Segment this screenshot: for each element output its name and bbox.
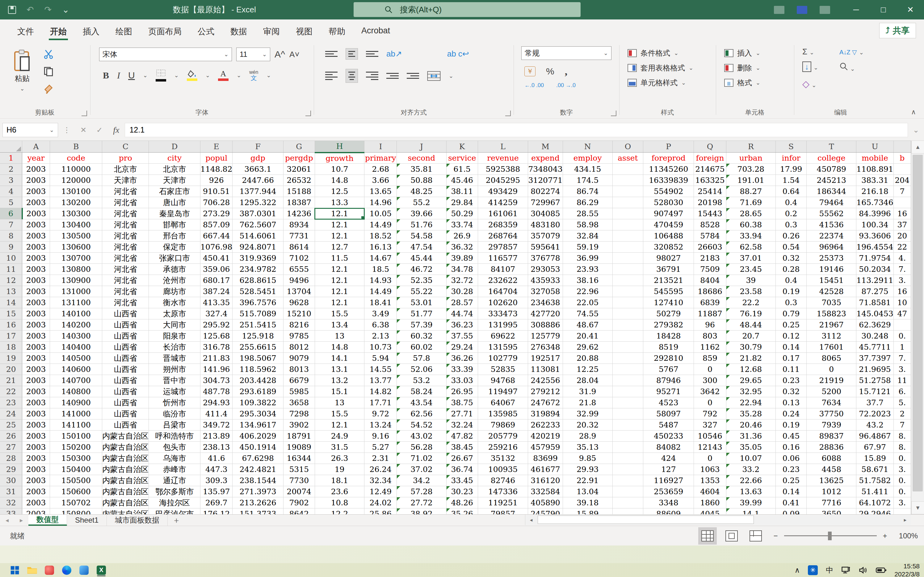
cell[interactable]: 15.1 <box>315 386 364 397</box>
cell[interactable]: 河北省 <box>102 208 149 219</box>
cell[interactable]: 5315 <box>283 464 315 475</box>
cell[interactable]: 山西省 <box>102 319 149 330</box>
cell[interactable]: 18.41 <box>364 297 397 308</box>
cell[interactable] <box>612 164 643 175</box>
cell[interactable]: 3.66 <box>364 175 397 186</box>
search-box[interactable]: 搜索(Alt+Q) <box>354 2 581 17</box>
cell[interactable]: 141000 <box>50 408 102 419</box>
row-header[interactable]: 8 <box>0 230 22 242</box>
cell[interactable]: 628.8615 <box>233 275 283 286</box>
cell[interactable]: 216.18 <box>856 186 893 197</box>
ribbon-tab-审阅[interactable]: 审阅 <box>255 22 288 41</box>
cell[interactable]: 乌海市 <box>149 453 200 464</box>
cell[interactable]: 13.04 <box>563 486 612 497</box>
cell[interactable]: 10 <box>893 297 911 308</box>
ime-language-indicator[interactable]: 中 <box>826 565 833 575</box>
cell[interactable]: 5767 <box>643 364 694 375</box>
cell[interactable] <box>612 464 643 475</box>
cell[interactable]: 135985 <box>478 408 528 419</box>
cell[interactable]: 420219 <box>528 430 563 442</box>
cell[interactable]: 7. <box>893 353 911 364</box>
cell[interactable] <box>612 264 643 275</box>
cell[interactable]: 39.66 <box>397 208 447 219</box>
increase-font-icon[interactable]: A^ <box>275 49 285 60</box>
cell[interactable]: 14.82 <box>364 386 397 397</box>
row-header[interactable]: 19 <box>0 353 22 364</box>
cell[interactable]: 33.45 <box>446 475 478 486</box>
ribbon-tab-绘图[interactable]: 绘图 <box>108 22 140 41</box>
decrease-decimal-icon[interactable]: .00 →.0 <box>556 82 576 89</box>
cell[interactable] <box>612 497 643 508</box>
cell[interactable]: 135.97 <box>200 486 233 497</box>
cell[interactable]: 内蒙古自治区 <box>102 486 149 497</box>
column-header-O[interactable]: O <box>612 141 643 153</box>
cell[interactable]: 6839 <box>694 297 726 308</box>
cell[interactable]: 8404 <box>694 275 726 286</box>
sheet-tab-数值型[interactable]: 数值型 <box>28 514 67 526</box>
cell[interactable]: 130500 <box>50 230 102 242</box>
cell[interactable]: 12.49 <box>364 486 397 497</box>
column-header-F[interactable]: F <box>233 141 283 153</box>
font-dialog-launcher-icon[interactable] <box>306 111 311 116</box>
cell[interactable]: 山西省 <box>102 353 149 364</box>
teams-presence-icon[interactable] <box>774 6 784 14</box>
cell[interactable]: 349.72 <box>200 419 233 430</box>
cell[interactable]: 245790 <box>528 508 563 514</box>
cell[interactable]: 150100 <box>50 430 102 442</box>
cell[interactable]: 25.86 <box>364 508 397 514</box>
ribbon-tab-帮助[interactable]: 帮助 <box>320 22 353 41</box>
cell[interactable]: 294.93 <box>200 397 233 408</box>
column-header-partial[interactable] <box>893 141 911 153</box>
cell[interactable]: 28.9 <box>563 430 612 442</box>
cell[interactable]: 2003 <box>22 264 50 275</box>
cell[interactable]: 447.3 <box>200 464 233 475</box>
cell[interactable]: 279382 <box>643 319 694 330</box>
scroll-up-icon[interactable]: ▲ <box>911 140 924 153</box>
field-name-cell[interactable]: urban <box>726 153 776 164</box>
cell[interactable]: 376778 <box>528 253 563 264</box>
cell[interactable]: 13625 <box>806 475 856 486</box>
column-header-A[interactable]: A <box>22 141 50 153</box>
cell[interactable]: 5925388 <box>478 164 528 175</box>
cell[interactable]: 巴彦淖尔市 <box>149 508 200 514</box>
sheet-nav-right-icon[interactable]: ▸ <box>14 514 28 526</box>
cell[interactable]: 唐山市 <box>149 197 200 208</box>
cell[interactable]: 54.52 <box>397 419 447 430</box>
cell[interactable]: 37.02 <box>397 464 447 475</box>
cell[interactable]: 140600 <box>50 364 102 375</box>
align-center-icon[interactable] <box>346 69 358 83</box>
collapse-ribbon-icon[interactable]: ∧ <box>911 108 916 116</box>
cell[interactable]: 18686 <box>694 286 726 297</box>
cell[interactable]: 38.75 <box>446 397 478 408</box>
cell[interactable]: 554902 <box>643 186 694 197</box>
cell[interactable]: 435933 <box>528 275 563 286</box>
cell[interactable]: 0 <box>694 453 726 464</box>
start-button[interactable] <box>6 563 24 577</box>
cell[interactable]: 60.02 <box>397 342 447 353</box>
cell[interactable]: 1860 <box>694 497 726 508</box>
cell[interactable]: 大同市 <box>149 319 200 330</box>
column-header-E[interactable]: E <box>200 141 233 153</box>
cell[interactable]: 包头市 <box>149 442 200 453</box>
cell[interactable]: 22.2 <box>726 297 776 308</box>
cell[interactable]: 2.68 <box>364 164 397 175</box>
paste-button[interactable]: 粘贴 ⌄ <box>9 46 35 95</box>
cell[interactable]: 88609 <box>643 508 694 514</box>
cell[interactable]: 50.88 <box>397 175 447 186</box>
font-family-select[interactable]: 宋体 ⌄ <box>99 48 232 61</box>
cell[interactable]: 213.2626 <box>233 497 283 508</box>
cell[interactable]: 2003 <box>22 186 50 197</box>
confirm-entry-icon[interactable]: ✓ <box>97 126 103 134</box>
cell[interactable]: 内蒙古自治区 <box>102 453 149 464</box>
cell[interactable]: 38.92 <box>397 508 447 514</box>
cell[interactable]: 131100 <box>50 297 102 308</box>
zoom-thumb[interactable] <box>828 532 832 540</box>
cell[interactable]: 214675 <box>694 164 726 175</box>
cell[interactable]: 74.55 <box>563 308 612 319</box>
cell[interactable]: 26.9 <box>446 230 478 242</box>
cell[interactable]: 130200 <box>50 197 102 208</box>
alignment-dialog-launcher-icon[interactable] <box>505 111 511 116</box>
row-header[interactable]: 6 <box>0 208 22 219</box>
cell[interactable]: 2183 <box>694 253 726 264</box>
cell[interactable]: 7902 <box>283 497 315 508</box>
